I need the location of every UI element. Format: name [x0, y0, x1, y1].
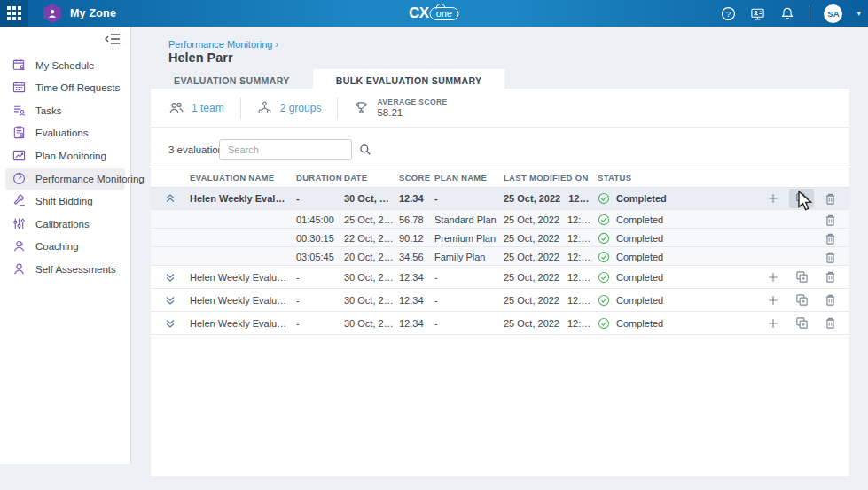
date-cell: 30 Oct, 2022 — [344, 295, 399, 306]
topbar-divider — [809, 5, 809, 21]
column-header-date: DATE — [344, 173, 399, 183]
duration-cell: 01:45:00 — [296, 214, 344, 225]
status-cell: Completed — [598, 271, 761, 284]
search-input[interactable] — [220, 144, 359, 155]
completed-check-icon — [598, 192, 610, 205]
add-evaluation-icon[interactable] — [761, 189, 786, 208]
add-evaluation-icon[interactable] — [761, 268, 786, 287]
user-menu-chevron-down-icon[interactable]: ▾ — [856, 9, 861, 18]
copy-evaluation-icon[interactable] — [789, 314, 814, 333]
copy-evaluation-icon[interactable] — [789, 291, 814, 310]
monitor-icon[interactable] — [750, 6, 765, 21]
sidebar-item-label: Plan Monitoring — [35, 151, 106, 161]
add-evaluation-icon[interactable] — [761, 314, 786, 333]
user-avatar[interactable]: SA — [824, 4, 842, 23]
row-actions — [761, 314, 849, 333]
groups-label: 2 groups — [280, 102, 322, 114]
row-actions — [761, 247, 849, 267]
app-launcher-button[interactable] — [0, 0, 28, 27]
status-label: Completed — [616, 272, 663, 283]
status-label: Completed — [616, 193, 667, 204]
collapse-row-icon[interactable] — [151, 192, 190, 205]
table-row[interactable]: 03:05:4520 Oct, 202234.56Family Plan25 O… — [151, 247, 849, 266]
add-evaluation-icon[interactable] — [761, 291, 786, 310]
evaluation-name-cell: Helen Weekly Evaluation - June 20 — [190, 272, 296, 283]
logo-cx-text: CX — [409, 4, 429, 22]
last-modified-cell: 25 Oct, 202212:45 PM — [504, 295, 598, 306]
search-icon[interactable] — [359, 144, 371, 156]
expand-row-icon[interactable] — [151, 271, 190, 284]
copy-evaluation-icon[interactable] — [789, 189, 814, 208]
sidebar-item-label: My Schedule — [35, 60, 94, 71]
sidebar-item-time-off-requests[interactable]: Time Off Requests — [5, 77, 125, 98]
duration-cell: 03:05:45 — [296, 252, 344, 262]
app-switcher[interactable]: My Zone — [43, 4, 116, 23]
status-cell: Completed — [598, 232, 761, 245]
average-score-label: AVERAGE SCORE — [377, 97, 447, 106]
duration-cell: - — [296, 318, 344, 329]
row-actions — [761, 189, 849, 208]
delete-evaluation-icon[interactable] — [817, 291, 842, 310]
sidebar-item-label: Performance Monitoring — [35, 174, 145, 184]
sidebar-item-label: Calibrations — [35, 219, 90, 229]
team-link[interactable]: 1 team — [168, 100, 224, 116]
my-zone-hexagon-icon — [43, 4, 62, 23]
date-cell: 30 Oct, 2022 — [344, 318, 399, 329]
breadcrumb-chevron-icon: › — [275, 40, 278, 50]
delete-evaluation-icon[interactable] — [817, 189, 842, 208]
sidebar-item-shift-bidding[interactable]: Shift Bidding — [5, 191, 125, 212]
copy-evaluation-icon[interactable] — [789, 268, 814, 287]
date-cell: 30 Oct, 2022 — [344, 272, 399, 283]
last-modified-cell: 25 Oct, 202212:45 PM — [504, 233, 598, 244]
sidebar-item-label: Tasks — [35, 105, 61, 116]
status-cell: Completed — [598, 214, 761, 226]
plan-name-cell: - — [434, 193, 504, 204]
score-cell: 90.12 — [399, 233, 434, 244]
evaluation-name-cell: Helen Weekly Evaluation - June 20 — [190, 295, 296, 306]
sidebar-item-self-assessments[interactable]: Self Assessments — [5, 259, 125, 280]
svg-text:?: ? — [726, 9, 731, 18]
delete-evaluation-icon[interactable] — [817, 229, 842, 248]
evaluations-icon — [12, 126, 27, 140]
sidebar-item-coaching[interactable]: Coaching — [5, 236, 125, 257]
notifications-bell-icon[interactable] — [779, 6, 794, 21]
table-row[interactable]: 01:45:0025 Oct, 202256.78Standard Plan25… — [151, 210, 849, 229]
sidebar-item-calibrations[interactable]: Calibrations — [5, 214, 125, 235]
column-header-evaluation-name: EVALUATION NAME — [190, 173, 296, 183]
sidebar-item-evaluations[interactable]: Evaluations — [5, 122, 125, 144]
sidebar-item-performance-monitoring[interactable]: Performance Monitoring — [5, 168, 125, 190]
delete-evaluation-icon[interactable] — [817, 268, 842, 287]
sidebar-item-label: Coaching — [35, 241, 79, 252]
breadcrumb[interactable]: Performance Monitoring› — [168, 39, 278, 50]
date-cell: 30 Oct, 2022 — [344, 193, 399, 204]
column-header-status: STATUS — [598, 173, 761, 183]
sidebar-item-my-schedule[interactable]: My Schedule — [5, 55, 125, 76]
expand-row-icon[interactable] — [151, 317, 190, 330]
sidebar-item-tasks[interactable]: Tasks — [5, 100, 125, 121]
completed-check-icon — [598, 317, 610, 330]
performance-icon — [12, 172, 27, 186]
table-row[interactable]: Helen Weekly Evaluation - June…-30 Oct, … — [151, 188, 849, 210]
delete-evaluation-icon[interactable] — [817, 314, 842, 333]
table-row[interactable]: 00:30:1522 Oct, 202290.12Premium Plan25 … — [151, 229, 849, 247]
delete-evaluation-icon[interactable] — [817, 210, 842, 229]
status-label: Completed — [616, 295, 663, 306]
collapse-sidebar-icon[interactable] — [104, 32, 121, 48]
duration-cell: - — [296, 295, 344, 306]
expand-row-icon[interactable] — [151, 294, 190, 307]
last-modified-cell: 25 Oct, 202212:45 PM — [504, 272, 598, 283]
page-title: Helen Parr — [168, 51, 233, 65]
average-score-block: AVERAGE SCORE 58.21 — [354, 97, 447, 118]
last-modified-cell: 25 Oct, 202212:45 PM — [504, 252, 598, 262]
table-row[interactable]: Helen Weekly Evaluation - June 20-30 Oct… — [151, 289, 849, 312]
help-icon[interactable]: ? — [721, 6, 736, 21]
table-row[interactable]: Helen Weekly Evaluation - June 20-30 Oct… — [151, 312, 849, 335]
breadcrumb-link[interactable]: Performance Monitoring — [168, 39, 272, 50]
table-row[interactable]: Helen Weekly Evaluation - June 20-30 Oct… — [151, 266, 849, 289]
search-box — [219, 139, 352, 160]
delete-evaluation-icon[interactable] — [817, 247, 842, 267]
sidebar-item-plan-monitoring[interactable]: Plan Monitoring — [5, 145, 125, 167]
my-zone-app: My Zone CXone ? SA ▾ My ScheduleTime Off… — [0, 0, 868, 490]
column-header-duration: DURATION — [296, 173, 344, 183]
groups-link[interactable]: 2 groups — [257, 100, 322, 116]
